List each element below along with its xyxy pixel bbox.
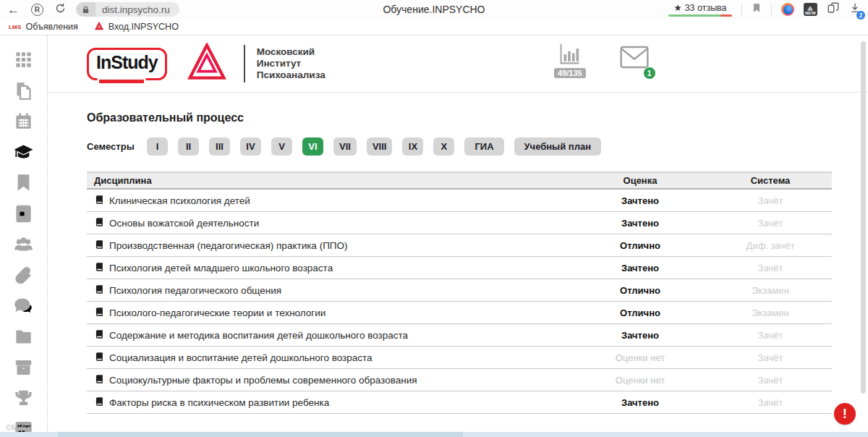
grading-system: Зачёт bbox=[709, 330, 832, 341]
video-file-icon bbox=[14, 204, 33, 226]
copyright-text: ©МИП bbox=[6, 423, 30, 432]
discipline-name[interactable]: Факторы риска в психическом развитии реб… bbox=[109, 397, 329, 408]
calendar-icon bbox=[14, 111, 33, 134]
grading-system: Зачёт bbox=[709, 263, 832, 273]
book-icon bbox=[94, 217, 104, 229]
extension-new-icon[interactable]: ⁂NEW bbox=[804, 3, 817, 16]
extension-orb-icon[interactable] bbox=[781, 3, 794, 16]
sidebar-item-graduation-cap-icon[interactable] bbox=[14, 144, 34, 164]
book-icon bbox=[94, 307, 104, 319]
mip-triangle-logo bbox=[186, 43, 228, 85]
site-header: InStudy Московский Институт Психоанализа bbox=[48, 35, 868, 93]
discipline-name[interactable]: Производственная (педагогическая) практи… bbox=[109, 240, 348, 251]
table-row[interactable]: Клиническая психология детейЗачтеноЗачёт bbox=[87, 190, 832, 212]
back-icon[interactable]: ← bbox=[7, 4, 20, 16]
sidebar-item-documents-icon[interactable] bbox=[14, 82, 34, 102]
table-row[interactable]: Социализация и воспитание детей дошкольн… bbox=[87, 347, 832, 369]
site-reviews[interactable]: ★ 33 отзыва bbox=[668, 2, 732, 17]
downloads-icon[interactable]: 2 bbox=[849, 2, 861, 17]
archive-icon bbox=[14, 357, 33, 380]
grade-value: Зачтено bbox=[571, 195, 709, 206]
progress-stats[interactable]: 49/135 bbox=[554, 42, 586, 78]
book-icon bbox=[94, 262, 104, 274]
discipline-name[interactable]: Социализация и воспитание детей дошкольн… bbox=[109, 352, 373, 363]
discipline-name[interactable]: Психология детей младшего школьного возр… bbox=[109, 263, 333, 273]
mail-unread-badge: 1 bbox=[643, 67, 656, 80]
table-row[interactable]: Производственная (педагогическая) практи… bbox=[87, 234, 832, 257]
semester-button-X[interactable]: X bbox=[433, 137, 454, 156]
sidebar-item-calendar-icon[interactable] bbox=[14, 113, 34, 132]
url-text: dist.inpsycho.ru bbox=[95, 2, 179, 17]
sidebar-item-chat-icon[interactable] bbox=[14, 297, 34, 317]
lms-icon: LMS bbox=[9, 24, 22, 30]
bookmark-item-login[interactable]: Вход.INPSYCHO bbox=[94, 21, 179, 33]
table-row[interactable]: Факторы риска в психическом развитии реб… bbox=[87, 391, 832, 414]
grade-value: Отлично bbox=[571, 240, 709, 251]
grade-value: Зачтено bbox=[571, 263, 709, 273]
discipline-name[interactable]: Психология педагогического общения bbox=[109, 285, 281, 296]
yandex-profile-icon[interactable]: Я bbox=[31, 4, 43, 16]
semester-button-IX[interactable]: IX bbox=[402, 137, 423, 156]
discipline-name[interactable]: Клиническая психология детей bbox=[109, 195, 250, 206]
sidebar-item-video-file-icon[interactable] bbox=[14, 205, 34, 225]
horizontal-scrollbar-thumb[interactable] bbox=[58, 432, 463, 437]
sidebar-item-folder-icon[interactable] bbox=[14, 328, 34, 348]
browser-toolbar: ← Я dist.inpsycho.ru Обучение.INPSYCHO ★… bbox=[0, 0, 868, 19]
instudy-logo: InStudy bbox=[87, 48, 167, 80]
sidebar-item-grid-icon[interactable] bbox=[14, 51, 34, 71]
institute-name: Московский Институт Психоанализа bbox=[257, 46, 326, 81]
table-header: Дисциплина Оценка Система bbox=[87, 171, 832, 190]
grade-value: Оценки нет bbox=[571, 352, 709, 363]
graduation-cap-icon bbox=[14, 143, 33, 165]
bookmark-item-announcements[interactable]: LMS Объявления bbox=[9, 22, 78, 32]
sidebar: ©МИП bbox=[0, 35, 48, 436]
sidebar-item-paperclip-icon[interactable] bbox=[14, 267, 34, 287]
grading-system: Экзамен bbox=[709, 285, 832, 296]
grade-value: Зачтено bbox=[571, 218, 709, 229]
table-row[interactable]: Психология педагогического общенияОтличн… bbox=[87, 279, 832, 302]
people-icon bbox=[14, 234, 33, 257]
grading-system: Диф. зачёт bbox=[709, 240, 832, 251]
semester-button-III[interactable]: III bbox=[209, 137, 230, 156]
table-row[interactable]: Социокультурные факторы и проблемы совре… bbox=[87, 369, 832, 391]
vertical-scrollbar[interactable] bbox=[861, 41, 866, 394]
mail-button[interactable]: 1 bbox=[619, 45, 650, 78]
trophy-icon bbox=[14, 389, 33, 411]
semester-button-ГИА[interactable]: ГИА bbox=[464, 137, 503, 156]
address-bar[interactable]: dist.inpsycho.ru bbox=[76, 2, 179, 17]
semester-button-IV[interactable]: IV bbox=[240, 137, 261, 156]
sidebar-item-trophy-icon[interactable] bbox=[14, 390, 34, 410]
downloads-badge: 2 bbox=[856, 11, 865, 20]
grid-icon bbox=[14, 50, 33, 72]
grading-system: Зачёт bbox=[709, 218, 832, 229]
refresh-icon[interactable] bbox=[55, 3, 66, 16]
sidebar-item-bookmark-icon[interactable] bbox=[14, 174, 34, 194]
semester-button-V[interactable]: V bbox=[271, 137, 292, 156]
semester-button-Учебный план[interactable]: Учебный план bbox=[514, 137, 601, 156]
table-row[interactable]: Содержание и методика воспитания детей д… bbox=[87, 324, 832, 347]
lock-icon bbox=[76, 2, 95, 17]
table-row[interactable]: Психолого-педагогические теории и технол… bbox=[87, 302, 832, 324]
grading-system: Зачёт bbox=[709, 375, 832, 386]
grade-value: Отлично bbox=[571, 307, 709, 318]
semester-button-VIII[interactable]: VIII bbox=[367, 137, 393, 156]
semesters-label: Семестры bbox=[87, 141, 147, 152]
discipline-name[interactable]: Основы вожатской деятельности bbox=[109, 218, 259, 229]
bookmark-flag-icon[interactable] bbox=[752, 2, 762, 17]
table-row[interactable]: Психология детей младшего школьного возр… bbox=[87, 257, 832, 279]
sidebar-item-archive-icon[interactable] bbox=[14, 359, 34, 378]
discipline-name[interactable]: Социокультурные факторы и проблемы совре… bbox=[109, 375, 417, 386]
sidebar-item-people-icon[interactable] bbox=[14, 236, 34, 255]
semester-button-VII[interactable]: VII bbox=[333, 137, 357, 156]
semester-button-II[interactable]: II bbox=[178, 137, 199, 156]
semester-button-I[interactable]: I bbox=[147, 137, 168, 156]
grade-value: Зачтено bbox=[571, 330, 709, 341]
semester-button-VI[interactable]: VI bbox=[302, 137, 323, 156]
alert-notification-button[interactable]: ! bbox=[834, 403, 856, 425]
folder-icon bbox=[14, 327, 33, 349]
side-panel-icon[interactable] bbox=[827, 1, 840, 17]
discipline-name[interactable]: Психолого-педагогические теории и технол… bbox=[109, 307, 326, 318]
discipline-name[interactable]: Содержание и методика воспитания детей д… bbox=[109, 330, 408, 341]
grade-value: Зачтено bbox=[571, 397, 709, 408]
table-row[interactable]: Основы вожатской деятельностиЗачтеноЗачё… bbox=[87, 212, 832, 234]
